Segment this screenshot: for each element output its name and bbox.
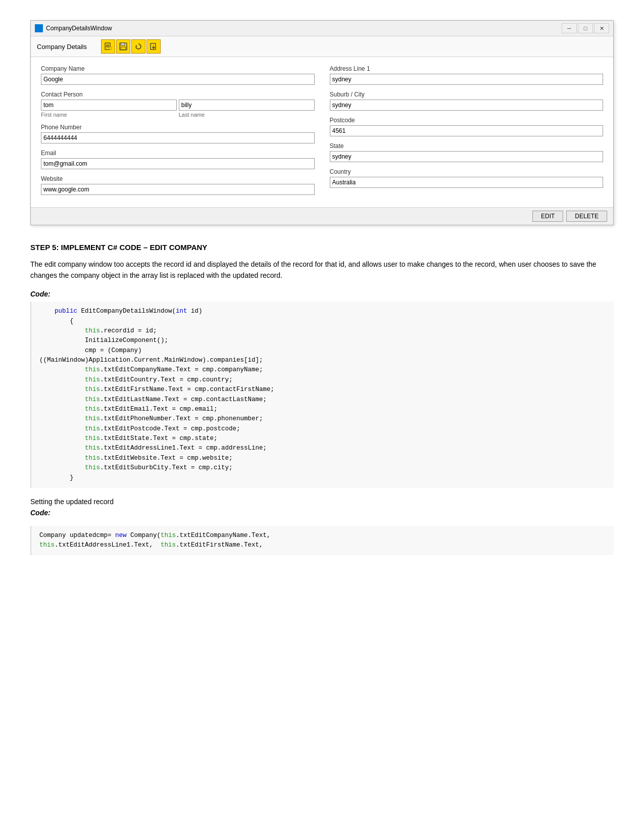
step-heading: STEP 5: IMPLEMENT C# CODE – EDIT COMPANY <box>30 241 614 254</box>
postcode-field: Postcode <box>330 117 604 136</box>
toolbar-icon-2[interactable] <box>116 39 130 54</box>
svg-rect-4 <box>109 47 112 50</box>
window-title: CompanyDetailsWindow <box>46 25 112 32</box>
code-block-1: public EditCompanyDetailsWindow(int id) … <box>30 302 614 488</box>
email-label: Email <box>41 150 315 157</box>
phone-label: Phone Number <box>41 124 315 131</box>
svg-rect-6 <box>121 43 125 45</box>
address1-label: Address Line 1 <box>330 65 604 72</box>
company-name-label: Company Name <box>41 65 315 72</box>
code-label-1: Code: <box>30 288 614 300</box>
email-input[interactable] <box>41 158 315 169</box>
website-label: Website <box>41 175 315 182</box>
window-footer: EDIT DELETE <box>31 207 613 225</box>
toolbar-icon-4[interactable] <box>146 39 161 54</box>
company-name-field: Company Name <box>41 65 315 85</box>
edit-button[interactable]: EDIT <box>532 211 563 222</box>
phone-field: Phone Number <box>41 124 315 143</box>
window-title-left: CompanyDetailsWindow <box>35 24 112 32</box>
state-field: State <box>330 142 604 162</box>
window-controls: ─ □ ✕ <box>562 23 609 33</box>
website-input[interactable] <box>41 184 315 195</box>
contact-name-row <box>41 100 315 111</box>
window-icon <box>35 24 43 32</box>
contact-person-label: Contact Person <box>41 91 315 98</box>
company-details-window: CompanyDetailsWindow ─ □ ✕ Company Detai… <box>30 20 614 225</box>
contact-person-field: Contact Person First name Last name <box>41 91 315 118</box>
first-name-input[interactable] <box>41 100 177 111</box>
last-name-sublabel: Last name <box>179 112 315 118</box>
svg-marker-8 <box>136 45 137 46</box>
window-titlebar: CompanyDetailsWindow ─ □ ✕ <box>31 21 613 36</box>
suburb-input[interactable] <box>330 100 604 111</box>
suburb-label: Suburb / City <box>330 91 604 98</box>
form-grid: Company Name Contact Person First name L… <box>41 65 603 201</box>
country-label: Country <box>330 168 604 175</box>
company-name-input[interactable] <box>41 74 315 85</box>
delete-button[interactable]: DELETE <box>566 211 607 222</box>
email-field: Email <box>41 150 315 169</box>
maximize-button[interactable]: □ <box>578 23 593 33</box>
phone-input[interactable] <box>41 132 315 143</box>
svg-rect-9 <box>151 43 156 50</box>
postcode-input[interactable] <box>330 125 604 136</box>
code-block-2: Company updatedcmp= new Company(this.txt… <box>30 526 614 556</box>
first-name-sublabel: First name <box>41 112 177 118</box>
minimize-button[interactable]: ─ <box>562 23 577 33</box>
doc-content: STEP 5: IMPLEMENT C# CODE – EDIT COMPANY… <box>30 241 614 555</box>
address1-field: Address Line 1 <box>330 65 604 85</box>
close-button[interactable]: ✕ <box>594 23 609 33</box>
toolbar-icons <box>101 39 161 54</box>
website-field: Website <box>41 175 315 195</box>
state-input[interactable] <box>330 151 604 162</box>
address1-input[interactable] <box>330 74 604 85</box>
toolbar-icon-3[interactable] <box>131 39 145 54</box>
postcode-label: Postcode <box>330 117 604 124</box>
country-field: Country <box>330 168 604 188</box>
window-toolbar: Company Details <box>31 36 613 57</box>
toolbar-icon-1[interactable] <box>101 39 115 54</box>
state-label: State <box>330 142 604 150</box>
last-name-input[interactable] <box>179 100 315 111</box>
country-input[interactable] <box>330 177 604 188</box>
svg-rect-7 <box>121 47 126 50</box>
step-text: The edit company window too accepts the … <box>30 259 614 281</box>
suburb-field: Suburb / City <box>330 91 604 111</box>
window-content: Company Name Contact Person First name L… <box>31 57 613 207</box>
code-label-2: Code: <box>30 507 614 518</box>
section-label: Company Details <box>37 43 87 51</box>
setting-label: Setting the updated recordCode: <box>30 496 614 519</box>
